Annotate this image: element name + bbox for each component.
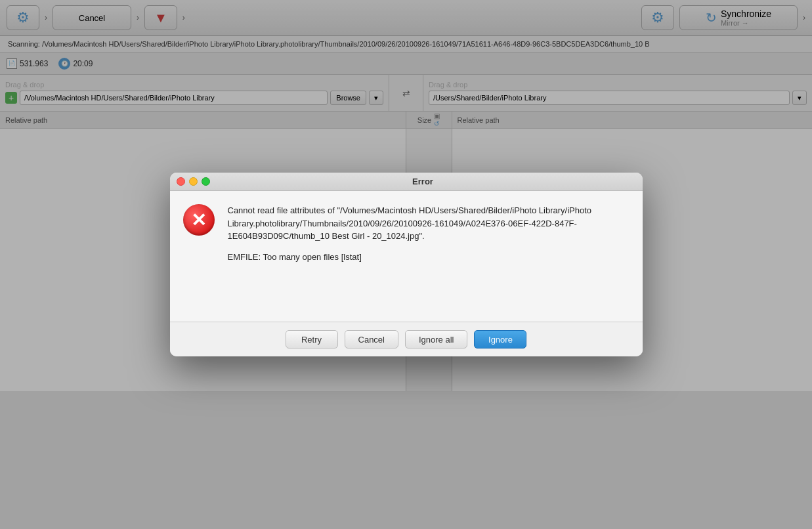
dialog-error-text: EMFILE: Too many open files [lstat] — [228, 251, 630, 264]
maximize-window-button[interactable] — [202, 177, 210, 186]
retry-button[interactable]: Retry — [286, 330, 338, 349]
minimize-window-button[interactable] — [189, 177, 198, 186]
ignore-button[interactable]: Ignore — [474, 330, 526, 349]
ignore-all-button[interactable]: Ignore all — [405, 330, 467, 349]
dialog-main-text: Cannot read file attributes of "/Volumes… — [228, 204, 630, 243]
close-window-button[interactable] — [177, 177, 185, 186]
dialog-body: ✕ Cannot read file attributes of "/Volum… — [170, 191, 643, 322]
dialog-buttons: Retry Cancel Ignore all Ignore — [170, 322, 643, 356]
cancel-dialog-button[interactable]: Cancel — [345, 330, 398, 349]
traffic-lights — [177, 177, 210, 186]
dialog-titlebar: Error — [170, 173, 643, 191]
dialog-title: Error — [210, 177, 636, 186]
error-icon: ✕ — [183, 204, 215, 236]
modal-overlay: Error ✕ Cannot read file attributes of "… — [0, 0, 812, 529]
error-icon-wrap: ✕ — [183, 204, 217, 238]
error-dialog: Error ✕ Cannot read file attributes of "… — [170, 173, 643, 356]
dialog-text-area: Cannot read file attributes of "/Volumes… — [228, 204, 630, 263]
